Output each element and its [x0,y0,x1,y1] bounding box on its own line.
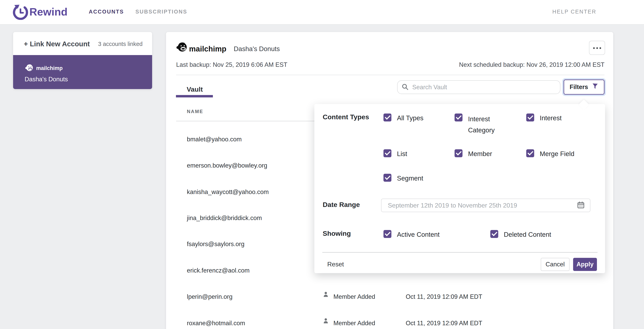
row-email: fsaylors@saylors.org [187,240,244,248]
date-range-label: Date Range [323,201,360,208]
checkbox-label: Member [468,149,492,158]
checkbox-merge-field[interactable]: Merge Field [526,149,574,158]
panel-divider [322,252,598,253]
checkbox-label: Merge Field [540,149,574,158]
filters-button[interactable]: Filters [564,80,604,95]
mailchimp-icon [24,63,33,73]
nav-tab-accounts[interactable]: ACCOUNTS [89,9,124,15]
link-new-account-button[interactable]: + Link New Account [24,40,90,48]
checkbox-icon [490,230,498,238]
checkbox-interest-category[interactable]: Interest Category [454,114,514,136]
rewind-logo-icon [13,4,28,21]
date-range-input[interactable] [388,202,577,209]
apply-button[interactable]: Apply [573,258,597,271]
calendar-icon[interactable] [577,201,585,210]
checkbox-label: Deleted Content [504,230,551,239]
checkbox-icon [384,114,392,121]
provider-wordmark: mailchimp [189,45,226,53]
next-backup-status: Next scheduled backup: Nov 26, 2019 12:0… [459,61,604,68]
vault-search [397,80,560,94]
filters-panel: Content Types All Types Interest Categor… [314,104,605,273]
content-types-label: Content Types [323,113,369,121]
checkbox-label: List [397,149,407,158]
person-icon [323,318,329,325]
row-email: jina_briddick@briddick.com [187,214,262,222]
nav-tab-subscriptions[interactable]: SUBSCRIPTIONS [136,9,187,15]
row-date: Oct 11, 2019 12:09 AM EDT [406,320,482,327]
search-input[interactable] [412,84,540,91]
mailchimp-icon [176,41,188,54]
sidebar-provider-wordmark: mailchimp [36,65,63,71]
checkbox-deleted-content[interactable]: Deleted Content [490,230,551,239]
checkbox-icon [454,114,462,121]
accounts-linked-count: 3 accounts linked [98,41,142,47]
checkbox-list[interactable]: List [384,149,407,158]
date-range-field [381,199,590,212]
app-screen: Rewind ACCOUNTS SUBSCRIPTIONS HELP CENTE… [0,0,644,329]
logo-wordmark: Rewind [30,6,68,18]
checkbox-icon [384,149,392,157]
row-email: kanisha_waycott@yahoo.com [187,188,269,196]
ellipsis-icon [592,46,602,50]
checkbox-active-content[interactable]: Active Content [384,230,440,239]
checkbox-label: All Types [397,114,424,123]
checkbox-icon [526,149,534,157]
row-email: emerson.bowley@bowley.org [187,162,267,169]
checkbox-interest[interactable]: Interest [526,114,562,123]
checkbox-all-types[interactable]: All Types [384,114,424,123]
showing-label: Showing [323,230,351,237]
tab-vault[interactable]: Vault [187,86,203,93]
row-email: erick.ferencz@aol.com [187,267,250,274]
checkbox-icon [526,114,534,121]
sidebar-account-name: Dasha's Donuts [24,76,68,83]
row-email: lperin@perin.org [187,293,232,300]
checkbox-label: Segment [397,174,423,183]
accounts-sidebar-card: + Link New Account 3 accounts linked m [13,32,152,89]
checkbox-member[interactable]: Member [454,149,492,158]
row-event-type: Member Added [334,320,375,327]
checkbox-label: Interest Category [468,114,514,136]
row-email: bmalet@yahoo.com [187,136,242,143]
funnel-icon [592,83,598,91]
account-name: Dasha's Donuts [234,45,280,53]
column-header-name: NAME [187,109,203,114]
row-event-type: Member Added [334,293,375,300]
checkbox-segment[interactable]: Segment [384,174,423,183]
person-icon [323,291,329,298]
search-icon [402,83,409,91]
active-tab-underline [176,95,213,97]
checkbox-icon [384,174,392,182]
row-email: roxane@hotmail.com [187,320,245,327]
last-backup-status: Last backup: Nov 25, 2019 6:06 AM EST [176,61,287,68]
checkbox-icon [454,149,462,157]
help-center-link[interactable]: HELP CENTER [552,9,596,15]
checkbox-label: Interest [540,114,562,123]
header-divider [176,75,604,75]
more-options-button[interactable] [589,41,605,55]
reset-button[interactable]: Reset [327,261,344,268]
row-date: Oct 11, 2019 12:09 AM EDT [406,293,482,300]
top-navigation-bar: Rewind ACCOUNTS SUBSCRIPTIONS HELP CENTE… [0,0,644,25]
checkbox-label: Active Content [397,230,440,239]
sidebar-item-mailchimp-account[interactable]: mailchimp Dasha's Donuts [13,55,152,89]
filters-button-label: Filters [570,84,588,91]
cancel-button[interactable]: Cancel [541,258,570,271]
checkbox-icon [384,230,392,238]
sidebar-header: + Link New Account 3 accounts linked [13,32,152,55]
